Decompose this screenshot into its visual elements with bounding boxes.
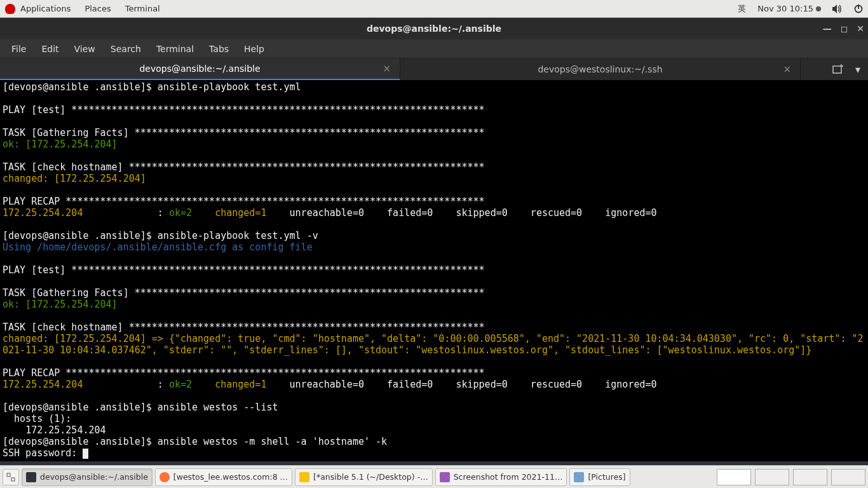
task-screenshot[interactable]: Screenshot from 2021-11… [435, 468, 567, 486]
redhat-logo-icon [5, 4, 15, 14]
task-terminal[interactable]: devops@ansible:~/.ansible [22, 468, 153, 486]
task-files[interactable]: [Pictures] [569, 468, 630, 486]
workspace-switcher[interactable] [793, 469, 827, 485]
folder-icon [574, 472, 584, 482]
window-title: devops@ansible:~/.ansible [367, 24, 501, 34]
menu-file[interactable]: File [4, 44, 34, 54]
tab-close-icon[interactable]: × [383, 63, 391, 74]
menu-edit[interactable]: Edit [34, 44, 66, 54]
new-tab-button[interactable] [832, 64, 844, 74]
terminal-window: devops@ansible:~/.ansible — ◻ ✕ File Edi… [0, 18, 868, 461]
places-menu[interactable]: Places [85, 4, 111, 13]
close-button[interactable]: ✕ [857, 24, 864, 34]
window-titlebar[interactable]: devops@ansible:~/.ansible — ◻ ✕ [0, 18, 868, 39]
maximize-button[interactable]: ◻ [841, 24, 848, 34]
firefox-icon [159, 472, 170, 482]
terminal-output[interactable]: [devops@ansible .ansible]$ ansible-playb… [0, 80, 868, 461]
terminal-icon [26, 472, 36, 482]
svg-rect-1 [858, 4, 859, 9]
svg-rect-4 [7, 473, 10, 477]
tab-westoslinux[interactable]: devops@westoslinux:~/.ssh × [400, 58, 801, 80]
app-menubar: File Edit View Search Terminal Tabs Help [0, 39, 868, 58]
menu-help[interactable]: Help [236, 44, 272, 54]
workspace-switcher[interactable] [717, 469, 751, 485]
gnome-topbar: Applications Places Terminal 英 Nov 30 10… [0, 0, 868, 18]
editor-icon [299, 472, 309, 482]
task-firefox[interactable]: [westos_lee.westos.com:8 … [155, 468, 292, 486]
power-icon[interactable] [854, 4, 863, 13]
tab-menu-icon[interactable]: ▾ [855, 64, 860, 76]
menu-view[interactable]: View [67, 44, 103, 54]
workspace-switcher[interactable] [831, 469, 865, 485]
ime-indicator[interactable]: 英 [738, 3, 746, 15]
tab-close-icon[interactable]: × [783, 64, 791, 75]
minimize-button[interactable]: — [823, 24, 832, 34]
task-editor[interactable]: [*ansible 5.1 (~/Desktop) -… [295, 468, 433, 486]
menu-terminal[interactable]: Terminal [149, 44, 201, 54]
tab-ansible[interactable]: devops@ansible:~/.ansible × [0, 58, 400, 80]
tab-label: devops@westoslinux:~/.ssh [538, 64, 662, 74]
menu-tabs[interactable]: Tabs [201, 44, 236, 54]
menu-search[interactable]: Search [103, 44, 149, 54]
workspace-switcher[interactable] [755, 469, 789, 485]
tab-label: devops@ansible:~/.ansible [139, 64, 260, 74]
volume-icon[interactable] [832, 4, 843, 13]
bottom-taskbar: devops@ansible:~/.ansible [westos_lee.we… [0, 465, 868, 488]
terminal-tabs: devops@ansible:~/.ansible × devops@westo… [0, 58, 868, 80]
applications-menu[interactable]: Applications [20, 4, 71, 13]
image-icon [440, 472, 450, 482]
terminal-menu[interactable]: Terminal [125, 4, 160, 13]
clock[interactable]: Nov 30 10:15 [757, 4, 821, 13]
text-cursor [83, 449, 88, 459]
svg-rect-5 [11, 478, 15, 481]
show-desktop-button[interactable] [3, 469, 19, 485]
